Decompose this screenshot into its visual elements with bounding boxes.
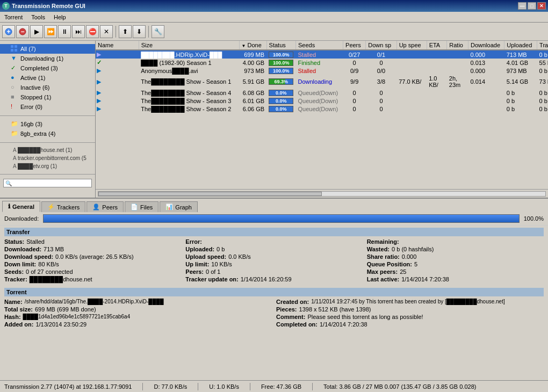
tracker-1-icon: A bbox=[13, 147, 16, 153]
pause-button[interactable]: ⏸ bbox=[58, 25, 71, 38]
table-row[interactable]: ▶Anonymous████.avi973 MB100.0%Stalled0/9… bbox=[96, 67, 548, 75]
add-torrent-button[interactable]: + bbox=[2, 25, 15, 38]
peers-tab-icon: 👤 bbox=[92, 204, 100, 210]
stop-button[interactable]: ⛔ bbox=[86, 25, 99, 38]
torrent-status-cell: Stalled bbox=[295, 50, 343, 59]
sidebar-tracker-3[interactable]: A ████etv.org (1) bbox=[0, 162, 95, 170]
hscroll-track[interactable] bbox=[98, 191, 546, 197]
files-tab-icon: 📄 bbox=[131, 204, 138, 210]
torrent-downloaded-cell: 0 b bbox=[504, 105, 537, 113]
torrent-status-cell: Queued(Down) bbox=[295, 89, 343, 97]
col-header-name[interactable]: Name bbox=[96, 41, 139, 50]
table-row[interactable]: ▶The████████ Show - Season 26.06 GB0.0%Q… bbox=[96, 105, 548, 113]
sidebar-item-error[interactable]: ! Error (0) bbox=[0, 102, 95, 112]
tab-peers[interactable]: 👤 Peers bbox=[86, 201, 124, 212]
svg-rect-4 bbox=[11, 45, 13, 48]
torrent-uploaded-cell: 0 b bbox=[537, 50, 548, 59]
detail-panel: ℹ General ⚡ Trackers 👤 Peers 📄 Files 📊 G… bbox=[0, 198, 548, 380]
totals: Total: 3.86 GB / 27 MB 0.007 (135.47 GB … bbox=[323, 383, 476, 390]
torrent-eta-cell bbox=[447, 50, 468, 59]
dl-speed-row: Download speed: 0.0 KB/s (average: 26.5 … bbox=[4, 253, 181, 260]
pause-all-button[interactable]: ⏭ bbox=[72, 25, 85, 38]
move-down-button[interactable]: ⬇ bbox=[133, 25, 146, 38]
menu-tools[interactable]: Tools bbox=[29, 13, 47, 21]
col-header-peers[interactable]: Peers bbox=[343, 41, 366, 50]
tab-files[interactable]: 📄 Files bbox=[125, 201, 158, 212]
queue-pos-label: Queue Position: bbox=[367, 261, 412, 267]
torrent-downloaded-cell: 5.14 GB bbox=[504, 75, 537, 89]
sidebar-folder-16gb[interactable]: 📁 16gb (3) bbox=[0, 119, 95, 129]
table-row[interactable]: ▶The████████ Show - Season 36.01 GB0.0%Q… bbox=[96, 97, 548, 105]
minimize-button[interactable]: — bbox=[518, 2, 527, 10]
sidebar-item-all[interactable]: All (7) bbox=[0, 44, 95, 54]
maximize-button[interactable]: □ bbox=[528, 2, 536, 10]
up-speed: U: 1.0 KB/s bbox=[209, 383, 239, 390]
tab-general[interactable]: ℹ General bbox=[2, 201, 40, 212]
torrent-info-col2: Created on: 1/11/2014 19:27:45 by This t… bbox=[276, 299, 544, 329]
torrent-uploaded-cell: 73 MB bbox=[537, 75, 548, 89]
col-header-track[interactable]: Track bbox=[537, 41, 548, 50]
tracker-3-label: ████etv.org (1) bbox=[18, 163, 57, 169]
torrent-up-cell bbox=[427, 89, 447, 97]
sidebar-completed-label: Completed (3) bbox=[20, 65, 58, 71]
col-header-up[interactable]: Up spee bbox=[396, 41, 427, 50]
close-button[interactable]: ✕ bbox=[537, 2, 546, 10]
uploaded-label: Uploaded: bbox=[185, 246, 214, 252]
download-progress-pct: 100.0% bbox=[524, 215, 544, 222]
start-all-button[interactable]: ⏩ bbox=[44, 25, 57, 38]
titlebar-controls[interactable]: — □ ✕ bbox=[518, 2, 546, 10]
torrent-done-cell: 0.0% bbox=[266, 97, 295, 105]
sidebar-tracker-1[interactable]: A ██████house.net (1) bbox=[0, 146, 95, 154]
preferences-button[interactable]: 🔧 bbox=[152, 25, 164, 38]
menu-torrent[interactable]: Torrent bbox=[2, 13, 25, 21]
up-limit-row: Up limit: 10 KB/s bbox=[185, 261, 362, 267]
col-header-seeds[interactable]: Seeds bbox=[295, 41, 343, 50]
col-header-size[interactable]: Size bbox=[139, 41, 239, 50]
torrent-ratio-cell: 0.013 bbox=[468, 59, 504, 67]
delete-button[interactable]: ✕ bbox=[100, 25, 113, 38]
torrent-status-cell: Finished bbox=[295, 59, 343, 67]
completed-value: 1/14/2014 7:20:38 bbox=[320, 321, 367, 328]
sidebar-folders: 📁 16gb (3) 📁 8gb_extra (4) bbox=[0, 118, 95, 140]
torrent-ratio-cell bbox=[468, 89, 504, 97]
seeds-label: Seeds: bbox=[4, 268, 24, 275]
remove-torrent-button[interactable]: − bbox=[16, 25, 29, 38]
start-button[interactable]: ▶ bbox=[30, 25, 43, 38]
col-header-down[interactable]: Down sp bbox=[366, 41, 396, 50]
transfer-col3: Remaining: Wasted: 0 b (0 hashfails) Sha… bbox=[367, 238, 544, 284]
col-header-ratio[interactable]: Ratio bbox=[447, 41, 468, 50]
col-header-done[interactable]: ▼ Done bbox=[239, 41, 266, 50]
col-header-uploaded[interactable]: Uploaded bbox=[504, 41, 537, 50]
torrent-downloaded-cell: 4.01 GB bbox=[504, 59, 537, 67]
search-input[interactable] bbox=[12, 180, 82, 186]
col-header-status[interactable]: Status bbox=[266, 41, 295, 50]
tab-graph[interactable]: 📊 Graph bbox=[160, 201, 198, 212]
sidebar-item-active[interactable]: ● Active (1) bbox=[0, 73, 95, 83]
sidebar-folder-8gb[interactable]: 📁 8gb_extra (4) bbox=[0, 129, 95, 139]
graph-tab-label: Graph bbox=[175, 204, 192, 210]
sidebar-item-completed[interactable]: ✓ Completed (3) bbox=[0, 63, 95, 73]
remaining-row: Remaining: bbox=[367, 238, 544, 245]
sidebar: All (7) ▼ Downloading (1) ✓ Completed (3… bbox=[0, 41, 96, 198]
table-row[interactable]: ▶The████████ Show - Season 15.91 GB69.3%… bbox=[96, 75, 548, 89]
move-up-button[interactable]: ⬆ bbox=[119, 25, 132, 38]
torrent-table: Name Size ▼ Done Status Seeds Peers Down… bbox=[96, 41, 548, 113]
sidebar-tracker-2[interactable]: A tracker.openbittorrent.com (5 bbox=[0, 154, 95, 162]
sidebar-item-stopped[interactable]: ■ Stopped (1) bbox=[0, 92, 95, 102]
transfer-title: Transfer bbox=[4, 228, 544, 236]
table-row[interactable]: ✓████ (1982-90) Season 14.00 GB100.0%Fin… bbox=[96, 59, 548, 67]
table-row[interactable]: ▶████████.HDRip.XviD-███699 MB100.0%Stal… bbox=[96, 50, 548, 59]
search-icon: 🔍 bbox=[5, 180, 12, 186]
hscroll-thumb[interactable] bbox=[98, 192, 322, 196]
tab-trackers[interactable]: ⚡ Trackers bbox=[41, 201, 85, 212]
sidebar-item-inactive[interactable]: ○ Inactive (6) bbox=[0, 83, 95, 92]
table-row[interactable]: ▶The████████ Show - Season 46.08 GB0.0%Q… bbox=[96, 89, 548, 97]
col-header-eta[interactable]: ETA bbox=[427, 41, 447, 50]
sidebar-active-label: Active (1) bbox=[20, 75, 45, 81]
search-area: 🔍 bbox=[0, 177, 95, 190]
sidebar-item-downloading[interactable]: ▼ Downloading (1) bbox=[0, 54, 95, 63]
menu-help[interactable]: Help bbox=[52, 13, 68, 21]
torrent-ratio-cell: 0.014 bbox=[468, 75, 504, 89]
col-header-downloaded[interactable]: Downloade bbox=[468, 41, 504, 50]
inactive-icon: ○ bbox=[11, 84, 18, 91]
